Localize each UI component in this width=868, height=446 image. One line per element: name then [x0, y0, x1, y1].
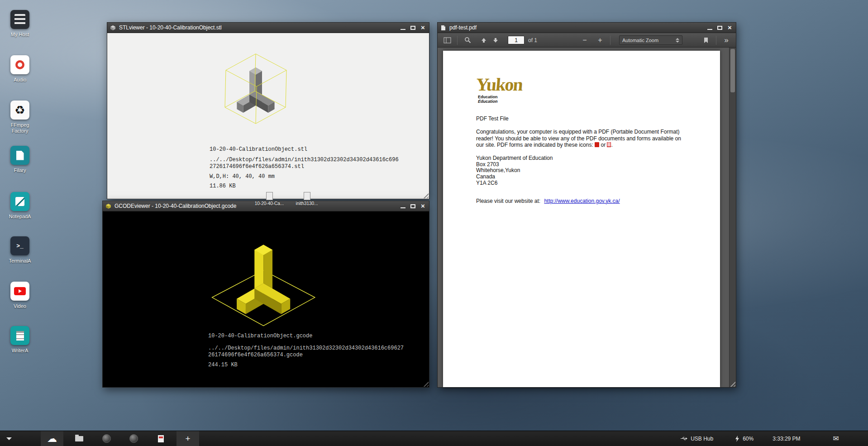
sidebar-toggle-button[interactable] [441, 35, 453, 46]
minimize-button[interactable] [399, 203, 407, 210]
stl-viewer-window: STLviewer - 10-20-40-CalibrationObject.s… [107, 22, 429, 199]
cloud-icon: ☁ [47, 434, 57, 444]
previous-page-button[interactable] [478, 35, 490, 46]
toolbar-separator [610, 36, 610, 45]
stl-3d-viewport[interactable]: 10-20-40-CalibrationObject.stl ../../Des… [107, 33, 429, 199]
stl-filepath: ../../Desktop/files/admin/inith31302d323… [210, 157, 399, 163]
website-link[interactable]: http://www.education.gov.yk.ca/ [544, 198, 620, 204]
taskbar-add-button[interactable]: + [176, 431, 199, 446]
logo-subtitle: Education [478, 95, 688, 99]
taskbar-cloud-button[interactable]: ☁ [41, 431, 63, 446]
plus-icon: + [185, 434, 190, 443]
desktop-icon-label: My Host [11, 32, 29, 38]
next-page-button[interactable] [490, 35, 501, 46]
scrollbar[interactable] [729, 48, 736, 387]
zoom-select[interactable]: Automatic Zoom [619, 35, 682, 45]
desktop-icon-label: Video [14, 303, 26, 309]
stl-file-info: 10-20-40-CalibrationObject.stl ../../Des… [210, 146, 399, 189]
pdf-window-title: pdf-test.pdf [449, 24, 706, 31]
taskbar-gcode-app-button[interactable] [122, 431, 145, 446]
notepad-icon [10, 192, 29, 211]
usb-icon [680, 436, 687, 441]
usb-hub-label: USB Hub [691, 436, 713, 442]
resize-grip[interactable] [422, 380, 429, 387]
gcode-3d-viewport[interactable]: 10-20-40-CalibrationObject.gcode ../../D… [103, 211, 429, 387]
desktop-icon-label: NotepadA [9, 214, 31, 220]
power-bolt-icon [735, 436, 739, 442]
page-count-label: of 1 [528, 37, 537, 43]
pdf-app-icon [440, 24, 447, 31]
close-button[interactable] [726, 24, 734, 31]
page-number-input[interactable] [508, 36, 525, 44]
maximize-button[interactable] [409, 24, 417, 31]
minimize-button[interactable] [399, 24, 407, 31]
battery-status[interactable]: 60% [735, 436, 754, 442]
address-block: Yukon Department of Education Box 2703 W… [476, 155, 688, 187]
desktop-icon-label: Filary [14, 168, 26, 173]
stl-window-title: STLviewer - 10-20-40-CalibrationObject.s… [119, 24, 399, 31]
desktop-icon-filary[interactable]: Filary [5, 146, 35, 173]
search-button[interactable] [462, 35, 473, 46]
desktop-icon-ffmpeg-factory[interactable]: ♻ FFmpeg Factory [5, 101, 35, 134]
desktop-icon-terminala[interactable]: >_ TerminalA [5, 236, 35, 264]
close-button[interactable] [419, 24, 427, 31]
desktop-icon-label: Audio [14, 77, 26, 83]
toolbar-separator [716, 36, 716, 45]
app-disc-icon [102, 434, 111, 443]
logo-subtitle-fr: Éducation [478, 99, 688, 104]
close-button[interactable] [419, 203, 427, 210]
stl-model-render [216, 49, 297, 140]
zoom-out-button[interactable]: − [579, 35, 591, 46]
taskbar: ☁ + USB Hub 60 [0, 431, 868, 446]
stl-filepath: 2726174696f6e4f626a656374.stl [210, 163, 399, 170]
desktop: My Host Audio ♻ FFmpeg Factory Filary No… [0, 0, 868, 446]
desktop-icon-my-host[interactable]: My Host [5, 10, 35, 38]
zoom-select-value: Automatic Zoom [622, 38, 658, 43]
pdf-toolbar: of 1 − + Automatic Zoom » [438, 33, 736, 48]
file-manager-icon [10, 146, 29, 165]
usb-hub-status[interactable]: USB Hub [680, 436, 713, 442]
gcode-filename: 10-20-40-CalibrationObject.gcode [208, 333, 404, 339]
desktop-icon-video[interactable]: Video [5, 282, 35, 309]
stl-filename: 10-20-40-CalibrationObject.stl [210, 146, 399, 153]
zoom-in-button[interactable]: + [594, 35, 606, 46]
desktop-icon-label: TerminalA [9, 258, 31, 264]
audio-icon [10, 55, 29, 74]
file-icon [304, 192, 310, 200]
chevron-down-icon[interactable] [6, 437, 12, 440]
toolbar-more-button[interactable]: » [720, 35, 732, 46]
desktop-file-hex[interactable]: inith3130... [288, 192, 326, 206]
gcode-viewer-window: GCODEviewer - 10-20-40-CalibrationObject… [102, 201, 429, 388]
pdf-titlebar[interactable]: pdf-test.pdf [438, 23, 736, 33]
gcode-filepath: 26174696f6e4f626a656374.gcode [208, 352, 404, 359]
pdf-page: Yukon Education Éducation PDF Test File … [443, 51, 720, 387]
folder-icon [75, 436, 83, 441]
gcode-filepath: ../../Desktop/files/admin/inith31302d323… [208, 345, 404, 352]
taskbar-pdf-app-button[interactable] [149, 431, 172, 446]
desktop-icon-writera[interactable]: WriterA [5, 326, 35, 354]
resize-grip[interactable] [422, 192, 429, 198]
maximize-button[interactable] [409, 203, 417, 210]
stl-titlebar[interactable]: STLviewer - 10-20-40-CalibrationObject.s… [107, 23, 429, 33]
taskbar-files-button[interactable] [68, 431, 91, 446]
stl-filesize: 11.86 KB [210, 183, 399, 189]
bookmark-button[interactable] [700, 35, 712, 46]
pdf-content-area: Yukon Education Éducation PDF Test File … [438, 48, 736, 387]
writer-icon [10, 326, 29, 345]
visit-label: Please visit our website at: [476, 198, 540, 204]
desktop-file-stl[interactable]: 10-20-40-Ca... [250, 192, 288, 206]
maximize-button[interactable] [716, 24, 724, 31]
yukon-logo: Yukon [475, 76, 689, 94]
desktop-icon-notepada[interactable]: NotepadA [5, 192, 35, 220]
taskbar-stl-app-button[interactable] [95, 431, 118, 446]
desktop-icon-label: FFmpeg Factory [5, 122, 35, 134]
desktop-icon-audio[interactable]: Audio [5, 55, 35, 83]
document-heading: PDF Test File [476, 115, 688, 122]
mail-envelope-icon[interactable]: ✉ [833, 435, 839, 442]
desktop-icon-label: WriterA [12, 348, 28, 354]
scrollbar-thumb[interactable] [730, 49, 735, 92]
pdf-document-icon [158, 435, 164, 442]
minimize-button[interactable] [706, 24, 714, 31]
clock[interactable]: 3:33:29 PM [773, 436, 800, 442]
stl-dimensions: W,D,H: 40, 40, 40 mm [210, 173, 399, 180]
